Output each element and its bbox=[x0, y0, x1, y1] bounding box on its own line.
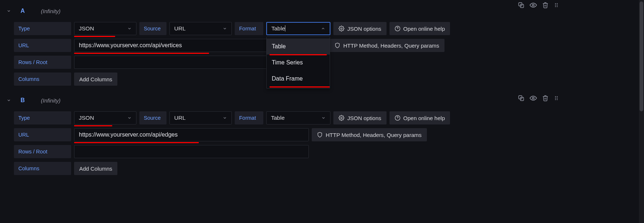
label-type: Type bbox=[14, 111, 71, 124]
format-dropdown: Table Time Series Data Frame bbox=[266, 37, 330, 89]
http-extras-label: HTTP Method, Headers, Query params bbox=[343, 42, 439, 49]
format-value: Table bbox=[271, 115, 285, 121]
svg-point-2 bbox=[533, 4, 534, 6]
query-b-fields: Type JSON Source URL bbox=[4, 108, 561, 175]
format-option-dataframe[interactable]: Data Frame bbox=[267, 71, 330, 87]
rows-root-input[interactable] bbox=[74, 145, 309, 158]
chevron-down-icon bbox=[223, 26, 227, 31]
svg-point-15 bbox=[555, 96, 556, 97]
label-type: Type bbox=[14, 22, 71, 35]
add-columns-button[interactable]: Add Columns bbox=[74, 162, 117, 175]
json-options-button[interactable]: JSON options bbox=[333, 22, 387, 35]
chevron-down-icon bbox=[127, 116, 132, 120]
source-value: URL bbox=[174, 115, 186, 121]
chevron-down-icon bbox=[223, 116, 227, 120]
svg-point-5 bbox=[555, 5, 556, 5]
duplicate-icon[interactable] bbox=[518, 2, 524, 8]
svg-point-4 bbox=[557, 3, 557, 4]
svg-point-16 bbox=[557, 96, 557, 97]
svg-point-21 bbox=[341, 117, 342, 119]
add-columns-label: Add Columns bbox=[79, 76, 112, 82]
trash-icon[interactable] bbox=[542, 2, 549, 8]
label-url: URL bbox=[14, 39, 71, 52]
http-extras-label: HTTP Method, Headers, Query params bbox=[326, 132, 422, 138]
json-options-button[interactable]: JSON options bbox=[333, 111, 387, 124]
drag-handle-icon[interactable] bbox=[554, 2, 559, 8]
query-letter: A bbox=[21, 8, 25, 14]
chevron-down-icon bbox=[321, 116, 326, 120]
add-columns-label: Add Columns bbox=[79, 166, 112, 172]
svg-point-20 bbox=[557, 99, 557, 100]
open-help-label: Open online help bbox=[403, 115, 445, 121]
chevron-down-icon bbox=[127, 26, 132, 31]
scrollbar-thumb[interactable] bbox=[640, 1, 643, 111]
svg-point-7 bbox=[555, 6, 556, 7]
label-columns: Columns bbox=[14, 73, 71, 86]
query-actions bbox=[518, 94, 559, 102]
scrollbar-track[interactable] bbox=[639, 0, 644, 223]
format-option-timeseries[interactable]: Time Series bbox=[267, 55, 330, 71]
svg-point-14 bbox=[533, 97, 534, 99]
format-select[interactable]: Table bbox=[266, 111, 330, 124]
label-url: URL bbox=[14, 128, 71, 141]
shield-icon bbox=[334, 42, 340, 48]
drag-handle-icon[interactable] bbox=[554, 95, 559, 101]
format-option-table[interactable]: Table bbox=[267, 38, 330, 55]
trash-icon[interactable] bbox=[542, 95, 549, 101]
open-help-button[interactable]: Open online help bbox=[389, 111, 450, 124]
open-help-label: Open online help bbox=[403, 26, 445, 32]
label-columns: Columns bbox=[14, 162, 71, 175]
query-datasource: (Infinity) bbox=[41, 8, 61, 14]
label-rows-root: Rows / Root bbox=[14, 145, 71, 158]
help-icon bbox=[395, 115, 400, 121]
chevron-up-icon bbox=[321, 26, 325, 31]
query-a-header[interactable]: A (Infinity) bbox=[4, 4, 561, 18]
type-select[interactable]: JSON bbox=[74, 111, 136, 124]
query-letter: B bbox=[21, 97, 25, 104]
svg-point-18 bbox=[557, 98, 557, 99]
source-select[interactable]: URL bbox=[169, 111, 232, 124]
query-b-header[interactable]: B (Infinity) bbox=[4, 93, 561, 108]
help-icon bbox=[395, 26, 400, 31]
eye-icon[interactable] bbox=[530, 94, 537, 102]
open-help-button[interactable]: Open online help bbox=[389, 22, 450, 35]
type-value: JSON bbox=[79, 115, 94, 121]
label-source: Source bbox=[139, 111, 167, 124]
query-actions bbox=[518, 1, 559, 9]
query-b: B (Infinity) Type bbox=[4, 93, 561, 175]
http-extras-button[interactable]: HTTP Method, Headers, Query params bbox=[312, 128, 427, 141]
gear-icon bbox=[339, 115, 344, 121]
svg-point-6 bbox=[557, 5, 557, 5]
type-select[interactable]: JSON bbox=[74, 22, 136, 35]
label-format: Format bbox=[235, 111, 263, 124]
svg-point-19 bbox=[555, 99, 556, 100]
label-source: Source bbox=[139, 22, 167, 35]
query-a: A (Infinity) Type bbox=[4, 0, 561, 86]
label-rows-root: Rows / Root bbox=[14, 56, 71, 69]
svg-point-17 bbox=[555, 98, 556, 99]
label-format: Format bbox=[235, 22, 263, 35]
chevron-down-icon[interactable] bbox=[7, 9, 11, 13]
chevron-down-icon[interactable] bbox=[7, 98, 11, 103]
source-value: URL bbox=[174, 25, 186, 32]
query-datasource: (Infinity) bbox=[41, 97, 61, 104]
url-input[interactable] bbox=[74, 128, 309, 141]
duplicate-icon[interactable] bbox=[518, 95, 524, 101]
svg-point-9 bbox=[341, 28, 342, 29]
query-a-fields: Type JSON Source URL bbox=[4, 18, 561, 86]
format-value: Table bbox=[271, 25, 285, 32]
svg-point-8 bbox=[557, 6, 557, 7]
eye-icon[interactable] bbox=[530, 1, 537, 9]
type-value: JSON bbox=[79, 25, 94, 32]
json-options-label: JSON options bbox=[347, 26, 381, 32]
add-columns-button[interactable]: Add Columns bbox=[74, 73, 117, 86]
format-select[interactable]: Table bbox=[266, 22, 330, 35]
svg-point-3 bbox=[555, 3, 556, 4]
shield-icon bbox=[317, 132, 323, 138]
http-extras-button[interactable]: HTTP Method, Headers, Query params bbox=[329, 39, 444, 52]
gear-icon bbox=[339, 26, 344, 31]
source-select[interactable]: URL bbox=[169, 22, 232, 35]
json-options-label: JSON options bbox=[347, 115, 381, 121]
